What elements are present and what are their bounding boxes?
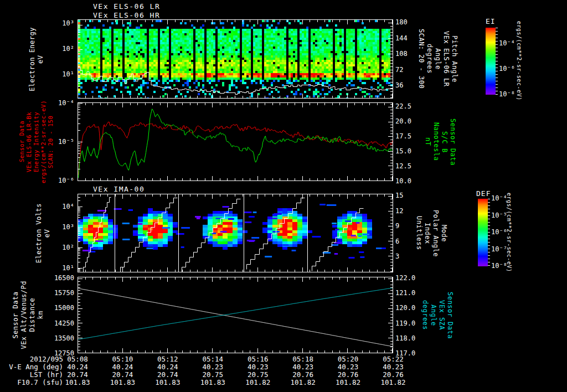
tick-label: 10⁻⁶ (50, 177, 74, 184)
tick-label: 118.0 (395, 335, 421, 342)
altitude-tick-labels: 165001575015000142501350012750 (50, 275, 74, 357)
value-cell: 101.83 (100, 379, 145, 386)
ima-right-tick-labels: 1512963 (395, 192, 421, 260)
ephemeris-y-axis-label-group: Sensor Data VEx Alt/Venus/Pd Distance km (10, 277, 47, 353)
value-cell: 101.82 (371, 379, 415, 386)
value-cell: 40.23 (371, 363, 415, 370)
time-label: 05:20 (326, 355, 370, 363)
els-right-axis-label-group: Pitch Angle VEx ELS-06 LR Angle degrees … (415, 19, 460, 99)
intensity-bfield-plot (78, 102, 393, 181)
tick-label: 121.0 (395, 290, 421, 296)
els-spectrogram-plot (78, 19, 393, 99)
value-cell: 101.82 (281, 379, 325, 386)
value-cell: 20.75 (190, 371, 235, 378)
value-cell: 20.74 (146, 371, 190, 378)
ephemeris-y-axis-label: Sensor Data VEx Alt/Venus/Pd Distance km (12, 281, 45, 349)
value-cell: 40.23 (190, 363, 235, 370)
bfield-axis-label: Sensor Data S/C B Nanotesla nT (424, 118, 457, 166)
tick-label: 122.0 (395, 275, 421, 281)
ima-colorbar-unit-group: ergs/(cm**2-sr-sec-eV) (504, 195, 514, 270)
value-cell: 20.75 (236, 371, 280, 378)
value-cell: 40.23 (326, 363, 370, 370)
ima-colorbar-unit: ergs/(cm**2-sr-sec-eV) (506, 193, 512, 272)
els-title-line1: VEx ELS-06 LR (93, 2, 160, 11)
tick-label: 12.5 (395, 163, 421, 169)
tick-label: 15 (395, 192, 421, 199)
tick-label: 14250 (50, 320, 74, 327)
intensity-right-axis-label-group: Sensor Data S/C B Nanotesla nT (422, 102, 458, 181)
altitude-sza-plot (78, 277, 393, 353)
time-label: 05:14 (190, 355, 235, 363)
ima-colorbar-label: DEF (476, 189, 491, 198)
value-cell: 40.24 (146, 363, 190, 370)
tick-label: 10⁴ (50, 203, 74, 210)
value-cell: 101.82 (236, 379, 280, 386)
time-label: 05:18 (281, 355, 325, 363)
time-label: 05:12 (146, 355, 190, 363)
tick-label: 36 (395, 82, 421, 89)
tick-label: 17.5 (395, 133, 421, 140)
row-label: V-E Ang (deg) (0, 363, 63, 370)
tick-label: 10³ (50, 20, 74, 27)
time-label: 05:10 (100, 355, 145, 363)
els-y-axis-label: Electron Energy eV (28, 27, 45, 91)
value-cell: 20.76 (281, 371, 325, 378)
value-cell: 40.24 (100, 363, 145, 370)
tick-label: 72 (395, 66, 421, 73)
time-label: 05:08 (55, 355, 100, 363)
tick-label: 10¹ (50, 71, 74, 78)
bfield-tick-labels: 22.520.017.515.012.510.0 (395, 103, 421, 184)
sza-axis-label: Sensor Data VEx SZA Angle degrees (421, 292, 454, 339)
els-colorbar-unit: ergs/(cm**2-sr-sec-eV) (516, 21, 522, 100)
tick-label: 144 (395, 35, 421, 42)
els-title-line2: VEx ELS-06 HR (93, 11, 160, 19)
tick-label: 120.0 (395, 305, 421, 311)
value-cell: 101.82 (326, 379, 370, 386)
ima-title: VEx IMA-00 (93, 185, 145, 193)
value-cell: 40.23 (281, 363, 325, 370)
time-label: 05:16 (236, 355, 280, 363)
tick-label: 15750 (50, 290, 74, 296)
time-label: 05:22 (371, 355, 415, 363)
els-y-tick-labels: 10³10²10¹ (50, 20, 74, 78)
ima-y-tick-labels: 10⁴10³10²10¹ (50, 203, 74, 271)
els-colorbar (486, 28, 496, 95)
tick-label: 10² (50, 45, 74, 52)
tick-label: 119.0 (395, 320, 421, 327)
value-cell: 20.74 (55, 371, 100, 378)
value-cell: 101.83 (55, 379, 100, 386)
tick-label: 10⁻⁵ (50, 138, 74, 145)
tick-label: 180 (395, 19, 421, 25)
row-label: F10.7 (sfu) (0, 379, 63, 386)
tick-label: 20.0 (395, 118, 421, 125)
tick-label: 9 (395, 223, 421, 229)
ima-colorbar-ticks (488, 199, 490, 266)
value-cell: 20.76 (326, 371, 370, 378)
value-cell: 40.24 (55, 363, 100, 370)
ima-y-axis-label: Electron Volts eV (35, 203, 51, 263)
tick-label: 12 (395, 208, 421, 214)
value-cell: 101.83 (190, 379, 235, 386)
els-y-axis-label-group: Electron Energy eV (19, 19, 54, 99)
tick-label: 6 (395, 238, 421, 245)
value-cell: 20.74 (100, 371, 145, 378)
tick-label: 10¹ (50, 265, 74, 271)
sza-tick-labels: 122.0121.0120.0119.0118.0117.0 (395, 275, 421, 357)
tick-label: 10² (50, 244, 74, 251)
els-colorbar-ticks (496, 28, 498, 95)
value-cell: 40.23 (236, 363, 280, 370)
tick-label: 10³ (50, 224, 74, 230)
intensity-y-tick-labels: 10⁻⁴10⁻⁵10⁻⁶ (50, 100, 74, 184)
tick-label: 10⁻⁴ (50, 100, 74, 106)
tick-label: 10.0 (395, 178, 421, 184)
date-label: 2012/095 (0, 355, 63, 363)
tick-label: 22.5 (395, 103, 421, 110)
els-colorbar-label: EI (486, 17, 496, 25)
tick-label: 108 (395, 50, 421, 57)
els-colorbar-unit-group: ergs/(cm**2-sr-sec-eV) (514, 23, 524, 99)
tick-label: 15.0 (395, 148, 421, 154)
value-cell: 20.76 (371, 371, 415, 378)
els-right-axis-label: Pitch Angle VEx ELS-06 LR Angle degrees … (417, 29, 458, 89)
els-right-tick-labels: 1801441087236 (395, 19, 421, 89)
tick-label: 13500 (50, 335, 74, 342)
